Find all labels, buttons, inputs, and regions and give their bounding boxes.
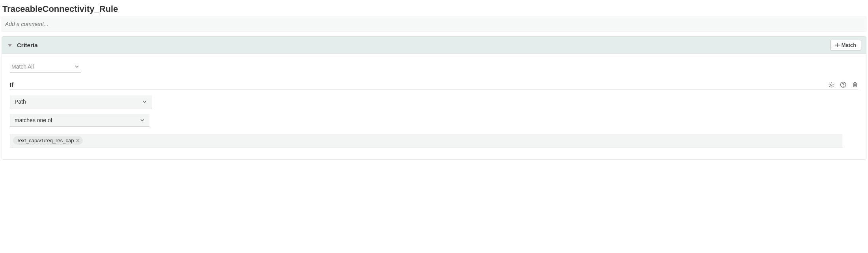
criteria-panel: Criteria Match Match All If <box>2 36 866 160</box>
operator-select[interactable]: matches one of <box>10 114 149 127</box>
criteria-body: Match All If <box>2 54 866 159</box>
chip-text: /ext_cap/v1/req_res_cap <box>18 138 74 143</box>
criteria-header: Criteria Match <box>2 37 866 54</box>
chevron-down-icon <box>142 99 147 104</box>
add-match-label: Match <box>841 42 856 48</box>
comment-box <box>2 17 866 32</box>
svg-point-0 <box>831 84 832 86</box>
criteria-section-title: Criteria <box>17 42 830 48</box>
trash-icon[interactable] <box>852 82 858 88</box>
value-input[interactable]: /ext_cap/v1/req_res_cap <box>10 134 842 147</box>
svg-point-2 <box>843 86 843 86</box>
condition-header-row: If <box>10 81 858 90</box>
operator-value: matches one of <box>15 117 52 123</box>
field-value: Path <box>15 99 26 105</box>
match-mode-value: Match All <box>11 63 34 70</box>
collapse-arrow-icon[interactable] <box>7 42 13 48</box>
value-chip: /ext_cap/v1/req_res_cap <box>13 136 83 145</box>
plus-icon <box>835 43 840 47</box>
add-match-button[interactable]: Match <box>830 40 861 50</box>
help-icon[interactable] <box>840 82 846 88</box>
chevron-down-icon <box>140 118 145 123</box>
condition-actions <box>828 82 858 88</box>
chip-remove-icon[interactable] <box>76 139 80 142</box>
gear-icon[interactable] <box>828 82 834 88</box>
field-select[interactable]: Path <box>10 95 152 108</box>
if-label: If <box>10 81 828 88</box>
match-mode-select[interactable]: Match All <box>10 61 81 73</box>
comment-input[interactable] <box>5 21 863 27</box>
chevron-down-icon <box>75 64 79 69</box>
rule-title: TraceableConnectivity_Rule <box>2 2 866 17</box>
